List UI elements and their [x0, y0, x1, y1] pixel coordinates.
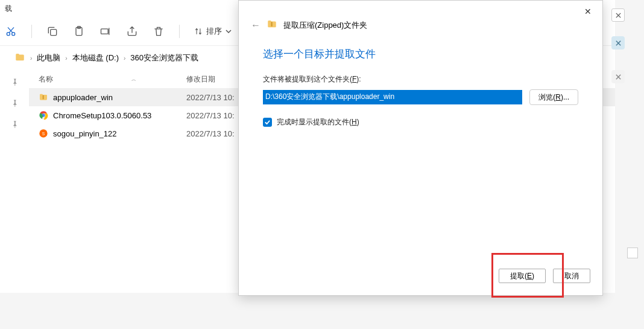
extract-zip-dialog: ✕ ← 提取压缩(Zipped)文件夹 选择一个目标并提取文件 文件将被提取到这… [238, 0, 603, 296]
sort-label: 排序 [206, 26, 222, 37]
dialog-title: 提取压缩(Zipped)文件夹 [283, 20, 367, 31]
breadcrumb-item[interactable]: 360安全浏览器下载 [130, 53, 198, 63]
back-arrow-icon[interactable]: ← [251, 20, 260, 31]
copy-icon[interactable] [46, 25, 58, 37]
svg-rect-11 [271, 22, 273, 27]
svg-rect-5 [101, 28, 109, 33]
file-name: sogou_pinyin_122 [53, 129, 117, 138]
zip-folder-icon [267, 19, 277, 31]
sogou-file-icon: S [39, 129, 48, 138]
paste-icon[interactable] [73, 25, 85, 37]
svg-rect-6 [43, 95, 44, 100]
column-name[interactable]: 名称 [39, 74, 186, 85]
zip-file-icon [39, 92, 48, 102]
sort-indicator-icon: ︿ [131, 76, 136, 83]
show-files-checkbox[interactable]: 完成时显示提取的文件(H) [263, 117, 578, 127]
chevron-right-icon: › [122, 55, 127, 62]
share-icon[interactable] [126, 25, 138, 37]
dialog-heading: 选择一个目标并提取文件 [263, 47, 578, 61]
sort-button[interactable]: 排序 [194, 26, 232, 37]
pin-icon[interactable] [10, 120, 19, 130]
cut-icon[interactable] [5, 25, 17, 37]
toolbar-separator [179, 25, 180, 38]
dialog-header: ← 提取压缩(Zipped)文件夹 [239, 1, 602, 41]
close-button[interactable]: ✕ [579, 4, 596, 19]
chrome-file-icon [39, 110, 48, 120]
checkbox-checked-icon [263, 118, 272, 127]
browse-button[interactable]: 浏览(R)... [529, 89, 578, 105]
svg-text:S: S [42, 132, 45, 136]
chevron-right-icon: › [64, 55, 68, 62]
delete-icon[interactable] [153, 25, 165, 37]
pin-icon[interactable] [10, 98, 19, 109]
close-badge-icon[interactable] [611, 70, 625, 83]
explorer-sidebar [0, 70, 29, 293]
breadcrumb-item[interactable]: 此电脑 [37, 53, 60, 63]
close-icon[interactable] [611, 8, 625, 22]
extract-path-input[interactable] [263, 90, 522, 104]
breadcrumb-item[interactable]: 本地磁盘 (D:) [72, 53, 119, 63]
path-label: 文件将被提取到这个文件夹(F): [263, 74, 578, 85]
file-name: appuploader_win [53, 93, 113, 102]
file-name: ChromeSetup103.0.5060.53 [53, 111, 151, 120]
side-placeholder [627, 248, 638, 258]
cancel-button[interactable]: 取消 [553, 269, 590, 283]
chevron-right-icon: › [29, 55, 33, 62]
close-badge-icon[interactable] [611, 36, 625, 50]
show-files-label: 完成时显示提取的文件(H) [277, 117, 359, 127]
rename-icon[interactable] [99, 25, 112, 37]
toolbar-separator [31, 25, 32, 38]
folder-icon [14, 52, 25, 65]
pin-icon[interactable] [10, 77, 19, 88]
extract-button[interactable]: 提取(E) [499, 269, 546, 283]
svg-rect-2 [51, 29, 57, 35]
